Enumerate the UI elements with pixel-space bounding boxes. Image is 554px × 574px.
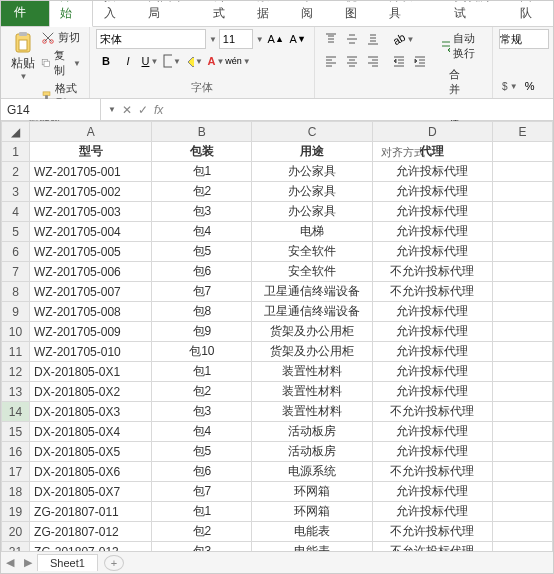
col-header-E[interactable]: E — [492, 122, 552, 142]
cell[interactable]: 允许投标代理 — [372, 322, 492, 342]
cell[interactable]: 环网箱 — [252, 482, 372, 502]
row-header[interactable]: 16 — [2, 442, 30, 462]
cut-button[interactable]: 剪切 — [39, 29, 83, 46]
underline-button[interactable]: U▼ — [140, 51, 160, 71]
row-header[interactable]: 11 — [2, 342, 30, 362]
align-bottom-button[interactable] — [363, 29, 383, 49]
cell[interactable]: DX-201805-0X6 — [30, 462, 152, 482]
cell[interactable]: 允许投标代理 — [372, 202, 492, 222]
tab-start[interactable]: 开始 — [49, 0, 93, 27]
sheet-nav-next[interactable]: ▶ — [19, 556, 37, 569]
row-header[interactable]: 1 — [2, 142, 30, 162]
cell[interactable]: 卫星通信终端设备 — [252, 302, 372, 322]
cell[interactable]: 办公家具 — [252, 202, 372, 222]
cell[interactable] — [492, 222, 552, 242]
row-header[interactable]: 21 — [2, 542, 30, 552]
cell[interactable]: 允许投标代理 — [372, 342, 492, 362]
cell[interactable]: 允许投标代理 — [372, 502, 492, 522]
sheet-tab[interactable]: Sheet1 — [37, 554, 98, 571]
row-header[interactable]: 19 — [2, 502, 30, 522]
cell[interactable]: 包10 — [152, 342, 252, 362]
cell[interactable]: 包2 — [152, 382, 252, 402]
cell[interactable]: DX-201805-0X4 — [30, 422, 152, 442]
cell[interactable]: WZ-201705-003 — [30, 202, 152, 222]
cell[interactable] — [492, 482, 552, 502]
cell[interactable] — [492, 362, 552, 382]
increase-font-button[interactable]: A▲ — [266, 29, 286, 49]
cell[interactable] — [492, 522, 552, 542]
accept-formula-icon[interactable]: ✓ — [138, 103, 148, 117]
cell[interactable]: 办公家具 — [252, 182, 372, 202]
cell[interactable] — [492, 462, 552, 482]
align-middle-button[interactable] — [342, 29, 362, 49]
phonetic-button[interactable]: wén▼ — [228, 51, 248, 71]
cell[interactable]: 电源系统 — [252, 462, 372, 482]
row-header[interactable]: 8 — [2, 282, 30, 302]
row-header[interactable]: 4 — [2, 202, 30, 222]
align-right-button[interactable] — [363, 51, 383, 71]
cell[interactable]: 允许投标代理 — [372, 382, 492, 402]
currency-button[interactable]: $▼ — [499, 76, 519, 96]
italic-button[interactable]: I — [118, 51, 138, 71]
cell[interactable]: WZ-201705-001 — [30, 162, 152, 182]
cell[interactable] — [492, 162, 552, 182]
cell[interactable]: 型号 — [30, 142, 152, 162]
cell[interactable]: 包1 — [152, 362, 252, 382]
tab-layout[interactable]: 页面布局 — [137, 0, 203, 26]
row-header[interactable]: 6 — [2, 242, 30, 262]
select-all-corner[interactable]: ◢ — [2, 122, 30, 142]
tab-insert[interactable]: 插入 — [93, 0, 137, 26]
tab-dev[interactable]: 开发工具 — [378, 0, 444, 26]
cell[interactable]: 包7 — [152, 282, 252, 302]
cell[interactable]: 不允许投标代理 — [372, 542, 492, 552]
name-box[interactable] — [1, 99, 101, 120]
cell[interactable]: 允许投标代理 — [372, 182, 492, 202]
tab-review[interactable]: 审阅 — [290, 0, 334, 26]
cell[interactable] — [492, 202, 552, 222]
sheet-nav-prev[interactable]: ◀ — [1, 556, 19, 569]
row-header[interactable]: 20 — [2, 522, 30, 542]
cell[interactable] — [492, 242, 552, 262]
col-header-B[interactable]: B — [152, 122, 252, 142]
cell[interactable]: 办公家具 — [252, 162, 372, 182]
cell[interactable]: 允许投标代理 — [372, 442, 492, 462]
cell[interactable]: 环网箱 — [252, 502, 372, 522]
number-format-select[interactable] — [499, 29, 549, 49]
cell[interactable]: 装置性材料 — [252, 362, 372, 382]
cell[interactable]: ZG-201807-011 — [30, 502, 152, 522]
increase-indent-button[interactable] — [410, 51, 430, 71]
row-header[interactable]: 3 — [2, 182, 30, 202]
decrease-indent-button[interactable] — [389, 51, 409, 71]
copy-button[interactable]: 复制▼ — [39, 47, 83, 79]
cell[interactable]: 包1 — [152, 502, 252, 522]
cell[interactable]: 允许投标代理 — [372, 362, 492, 382]
cell[interactable]: 包装 — [152, 142, 252, 162]
cell[interactable]: DX-201805-0X1 — [30, 362, 152, 382]
cell[interactable] — [492, 542, 552, 552]
cell[interactable]: 包6 — [152, 462, 252, 482]
cell[interactable]: 货架及办公用柜 — [252, 342, 372, 362]
cell[interactable]: WZ-201705-005 — [30, 242, 152, 262]
cell[interactable]: WZ-201705-008 — [30, 302, 152, 322]
cell[interactable]: 不允许投标代理 — [372, 462, 492, 482]
font-name-select[interactable] — [96, 29, 206, 49]
row-header[interactable]: 2 — [2, 162, 30, 182]
cell[interactable]: 允许投标代理 — [372, 222, 492, 242]
cell[interactable]: 包1 — [152, 162, 252, 182]
spreadsheet-grid[interactable]: ◢ A B C D E 1型号包装用途代理2WZ-201705-001包1办公家… — [1, 121, 553, 551]
cell[interactable]: 允许投标代理 — [372, 482, 492, 502]
row-header[interactable]: 10 — [2, 322, 30, 342]
formula-input[interactable] — [169, 99, 553, 120]
font-color-button[interactable]: A▼ — [206, 51, 226, 71]
cell[interactable] — [492, 142, 552, 162]
cell[interactable]: 包5 — [152, 242, 252, 262]
cell[interactable]: 包3 — [152, 542, 252, 552]
cell[interactable] — [492, 502, 552, 522]
bold-button[interactable]: B — [96, 51, 116, 71]
col-header-A[interactable]: A — [30, 122, 152, 142]
cell[interactable]: WZ-201705-010 — [30, 342, 152, 362]
cell[interactable]: 电梯 — [252, 222, 372, 242]
cell[interactable]: WZ-201705-002 — [30, 182, 152, 202]
percent-button[interactable]: % — [520, 76, 540, 96]
cell[interactable]: 卫星通信终端设备 — [252, 282, 372, 302]
